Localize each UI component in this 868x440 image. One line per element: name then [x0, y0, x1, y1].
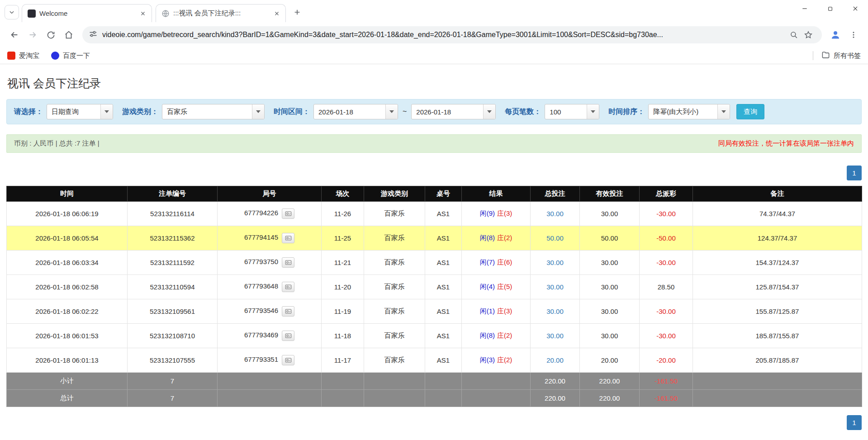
tab-title: Welcome: [39, 9, 134, 17]
round-number: 677794145: [244, 233, 278, 241]
query-type-value: 日期查询: [47, 104, 100, 119]
chevron-down-icon: [587, 104, 599, 119]
bookmark-star-icon[interactable]: [801, 28, 816, 42]
cell-round: 677793546: [218, 299, 322, 324]
currency-total-text: 币别 : 人民币 | 总共 :7 注单 |: [14, 139, 100, 148]
new-tab-button[interactable]: [289, 5, 305, 20]
cell-session: 11-18: [322, 324, 364, 348]
col-header-valid-bet: 有效投注: [580, 186, 640, 202]
page-1-button[interactable]: 1: [847, 166, 862, 180]
cell-game: 百家乐: [364, 348, 425, 373]
sort-order-select[interactable]: 降幂(由大到小): [648, 104, 730, 119]
cell-note: 205.87/185.87: [693, 348, 862, 373]
game-kind-select[interactable]: 百家乐: [162, 104, 265, 119]
cell-time: 2026-01-18 06:02:22: [7, 299, 128, 324]
cell-table: AS1: [425, 251, 462, 275]
bookmark-aitaobao[interactable]: 爱淘宝: [7, 52, 39, 60]
menu-kebab-icon[interactable]: [844, 26, 863, 44]
back-button[interactable]: [5, 26, 24, 44]
round-number: 677793750: [244, 258, 278, 265]
url-bar[interactable]: videoie.com/game/betrecord_search/kind3?…: [82, 26, 822, 43]
cell-valid-bet: 30.00: [580, 299, 640, 324]
subtotal-valid-bet: 220.00: [580, 373, 640, 390]
total-bet-link[interactable]: 20.00: [546, 356, 564, 364]
tab-close-icon[interactable]: [272, 9, 282, 19]
cell-payout: -20.00: [640, 348, 693, 373]
result-banker: 庄(5): [497, 283, 512, 290]
cell-total-bet: 30.00: [531, 202, 580, 226]
total-bet-link[interactable]: 30.00: [546, 308, 564, 315]
round-video-icon[interactable]: [282, 331, 294, 341]
round-video-icon[interactable]: [282, 257, 294, 268]
home-button[interactable]: [60, 26, 78, 44]
profile-avatar-icon[interactable]: [826, 26, 844, 44]
total-payout: -161.50: [640, 390, 693, 407]
query-type-label: 请选择：: [14, 107, 43, 117]
cell-round: 677793648: [218, 275, 322, 299]
cell-total-bet: 50.00: [531, 226, 580, 251]
subtotal-row: 小计 7 220.00 220.00 -161.50: [7, 373, 862, 390]
query-type-select[interactable]: 日期查询: [47, 104, 113, 119]
cell-total-bet: 20.00: [531, 348, 580, 373]
total-label: 总计: [7, 390, 128, 407]
bet-records-table: 时间 注单编号 局号 场次 游戏类别 桌号 结果 总投注 有效投注 总派彩 备注…: [6, 186, 862, 407]
all-bookmarks-folder[interactable]: 所有书签: [821, 51, 861, 61]
tab-close-icon[interactable]: [138, 9, 148, 19]
cell-bet-id: 523132110594: [128, 275, 218, 299]
result-banker: 庄(3): [497, 307, 512, 315]
cell-note: 74.37/44.37: [693, 202, 862, 226]
search-button[interactable]: 查询: [736, 104, 764, 119]
result-banker: 庄(2): [497, 331, 512, 339]
total-row: 总计 7 220.00 220.00 -161.50: [7, 390, 862, 407]
pagination-bottom: 1: [6, 415, 862, 430]
cell-session: 11-17: [322, 348, 364, 373]
round-video-icon[interactable]: [282, 306, 294, 317]
cell-total-bet: 30.00: [531, 324, 580, 348]
total-bet-link[interactable]: 30.00: [546, 332, 564, 340]
result-banker: 庄(6): [497, 258, 512, 266]
total-bet-link[interactable]: 30.00: [546, 259, 564, 266]
page-1-button[interactable]: 1: [847, 415, 862, 430]
tab-search-chevron-icon[interactable]: [5, 5, 19, 19]
cell-session: 11-25: [322, 226, 364, 251]
result-player: 闲(9): [480, 209, 495, 217]
date-start-input[interactable]: 2026-01-18: [313, 104, 398, 119]
round-video-icon[interactable]: [282, 233, 294, 243]
bookmarks-bar: 爱淘宝 百度一下 所有书签: [0, 47, 868, 64]
total-bet-link[interactable]: 30.00: [546, 210, 564, 218]
window-minimize-button[interactable]: [792, 0, 817, 17]
cell-game: 百家乐: [364, 202, 425, 226]
total-bet-link[interactable]: 50.00: [546, 234, 564, 242]
bookmark-baidu[interactable]: 百度一下: [51, 52, 90, 60]
window-maximize-button[interactable]: [817, 0, 843, 17]
per-page-value: 100: [545, 104, 587, 119]
zoom-icon[interactable]: [787, 28, 801, 42]
browser-tab-betrecord[interactable]: :::视讯 会员下注纪录:::: [156, 4, 286, 22]
cell-session: 11-20: [322, 275, 364, 299]
window-close-button[interactable]: [843, 0, 868, 17]
chevron-down-icon: [717, 104, 730, 119]
cell-note: 124.37/74.37: [693, 226, 862, 251]
site-info-tune-icon[interactable]: [89, 29, 98, 40]
cell-bet-id: 523132109561: [128, 299, 218, 324]
browser-tab-welcome[interactable]: Welcome: [22, 4, 152, 22]
cell-time: 2026-01-18 06:03:34: [7, 251, 128, 275]
per-page-select[interactable]: 100: [545, 104, 599, 119]
cell-round: 677793351: [218, 348, 322, 373]
round-video-icon[interactable]: [282, 282, 294, 292]
reload-button[interactable]: [42, 26, 60, 44]
forward-button[interactable]: [24, 26, 42, 44]
total-bet-link[interactable]: 30.00: [546, 283, 564, 291]
cell-game: 百家乐: [364, 324, 425, 348]
cell-time: 2026-01-18 06:05:54: [7, 226, 128, 251]
col-header-table: 桌号: [425, 186, 462, 202]
date-end-input[interactable]: 2026-01-18: [411, 104, 496, 119]
date-end-value: 2026-01-18: [412, 104, 483, 119]
col-header-total-bet: 总投注: [531, 186, 580, 202]
result-player: 闲(7): [480, 258, 495, 266]
round-video-icon[interactable]: [282, 355, 294, 365]
round-video-icon[interactable]: [282, 208, 294, 219]
cell-session: 11-19: [322, 299, 364, 324]
cell-result: 闲(8)庄(2): [462, 226, 531, 251]
col-header-session: 场次: [322, 186, 364, 202]
